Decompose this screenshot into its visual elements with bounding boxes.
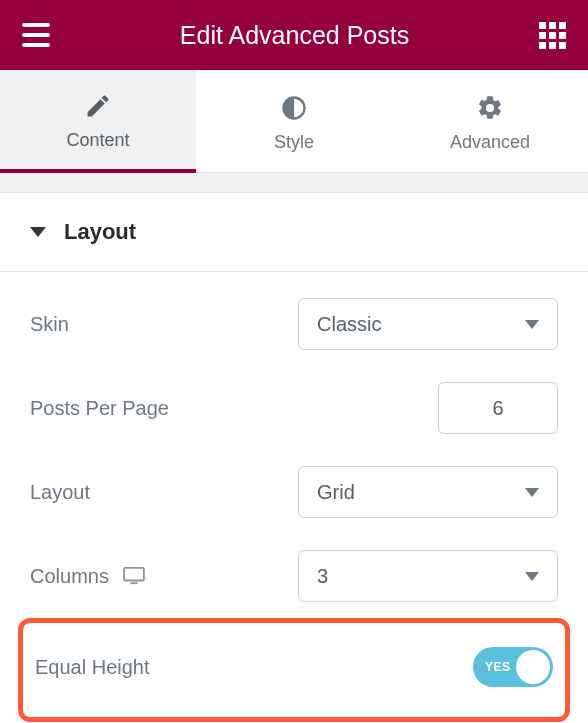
chevron-down-icon	[525, 320, 539, 329]
tab-content[interactable]: Content	[0, 70, 196, 173]
control-skin: Skin Classic	[30, 282, 558, 366]
equal-height-label: Equal Height	[35, 656, 150, 679]
control-posts-per-page: Posts Per Page	[30, 366, 558, 450]
section-layout: Layout Skin Classic Posts Per Page Layou…	[0, 193, 588, 722]
layout-value: Grid	[317, 481, 355, 504]
page-title: Edit Advanced Posts	[180, 21, 409, 50]
toggle-label: YES	[485, 660, 511, 674]
pencil-icon	[84, 92, 112, 120]
apps-icon[interactable]	[539, 22, 566, 49]
posts-per-page-input[interactable]	[438, 382, 558, 434]
posts-per-page-label: Posts Per Page	[30, 397, 169, 420]
tabs: Content Style Advanced	[0, 70, 588, 173]
control-layout: Layout Grid	[30, 450, 558, 534]
controls-list: Skin Classic Posts Per Page Layout Grid …	[0, 272, 588, 618]
columns-value: 3	[317, 565, 328, 588]
control-equal-height: Equal Height YES	[35, 631, 553, 703]
desktop-icon[interactable]	[123, 567, 145, 585]
skin-label: Skin	[30, 313, 69, 336]
columns-label-text: Columns	[30, 565, 109, 588]
columns-label: Columns	[30, 565, 145, 588]
svg-rect-1	[130, 582, 137, 584]
caret-down-icon	[30, 227, 46, 237]
highlight-annotation: Equal Height YES	[18, 618, 570, 722]
panel-header: Edit Advanced Posts	[0, 0, 588, 70]
contrast-icon	[280, 94, 308, 122]
tab-content-label: Content	[66, 130, 129, 151]
toggle-knob	[516, 650, 550, 684]
chevron-down-icon	[525, 488, 539, 497]
tab-advanced-label: Advanced	[450, 132, 530, 153]
layout-label: Layout	[30, 481, 90, 504]
spacer	[0, 173, 588, 193]
menu-icon[interactable]	[22, 23, 50, 47]
equal-height-toggle[interactable]: YES	[473, 647, 553, 687]
tab-style-label: Style	[274, 132, 314, 153]
control-columns: Columns 3	[30, 534, 558, 618]
layout-select[interactable]: Grid	[298, 466, 558, 518]
columns-select[interactable]: 3	[298, 550, 558, 602]
section-title: Layout	[64, 219, 136, 245]
skin-select[interactable]: Classic	[298, 298, 558, 350]
skin-value: Classic	[317, 313, 381, 336]
tab-advanced[interactable]: Advanced	[392, 70, 588, 172]
chevron-down-icon	[525, 572, 539, 581]
svg-rect-0	[124, 568, 144, 581]
gear-icon	[476, 94, 504, 122]
section-header[interactable]: Layout	[0, 193, 588, 272]
tab-style[interactable]: Style	[196, 70, 392, 172]
